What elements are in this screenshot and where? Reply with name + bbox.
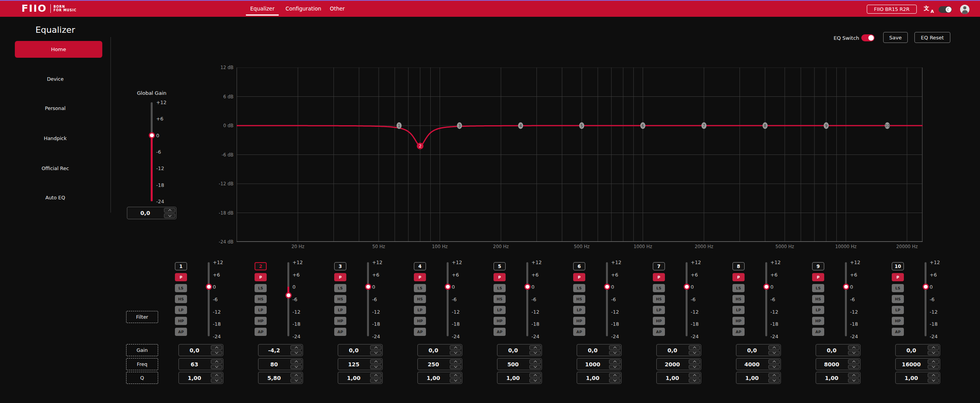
band-5-filter-ap-button[interactable]: AP xyxy=(494,328,506,336)
band-1-freq-input-increment-button[interactable] xyxy=(211,359,222,364)
band-gain-slider[interactable] xyxy=(447,262,449,336)
band-9-q-input[interactable]: 1,00 xyxy=(816,372,861,384)
band-6-filter-ls-button[interactable]: LS xyxy=(573,284,585,292)
band-10-q-input-decrement-button[interactable] xyxy=(928,378,939,383)
band-8-gain-input-value[interactable]: 0,0 xyxy=(736,344,768,356)
save-button[interactable]: Save xyxy=(883,32,908,43)
tab-other[interactable]: Other xyxy=(326,1,349,16)
graph-band-marker-5[interactable]: 5 xyxy=(579,122,584,129)
sidebar-item-device[interactable]: Device xyxy=(0,76,110,82)
device-name-button[interactable]: FIIO BR15 R2R xyxy=(867,5,917,14)
band-1-freq-input-value[interactable]: 63 xyxy=(179,359,210,370)
band-8-number-button[interactable]: 8 xyxy=(732,262,745,270)
band-4-gain-input-decrement-button[interactable] xyxy=(450,351,461,355)
band-8-filter-lp-button[interactable]: LP xyxy=(732,306,745,314)
band-10-filter-ls-button[interactable]: LS xyxy=(892,284,904,292)
band-6-gain-input-value[interactable]: 0,0 xyxy=(577,344,608,356)
band-3-q-input-value[interactable]: 1,00 xyxy=(338,372,369,383)
band-9-number-button[interactable]: 9 xyxy=(812,262,824,270)
band-4-filter-p-button[interactable]: P xyxy=(414,273,426,281)
band-9-filter-hs-button[interactable]: HS xyxy=(812,295,824,303)
band-5-slider-thumb[interactable] xyxy=(524,284,531,290)
band-10-q-input-increment-button[interactable] xyxy=(928,373,939,378)
band-7-q-input-increment-button[interactable] xyxy=(689,373,700,378)
band-4-q-input-increment-button[interactable] xyxy=(450,373,461,378)
band-4-gain-input[interactable]: 0,0 xyxy=(417,344,462,356)
band-8-q-input-value[interactable]: 1,00 xyxy=(736,372,768,383)
band-2-filter-hp-button[interactable]: HP xyxy=(255,317,267,325)
band-2-freq-input-decrement-button[interactable] xyxy=(290,365,302,369)
band-1-gain-input[interactable]: 0,0 xyxy=(178,344,223,356)
band-10-slider-thumb[interactable] xyxy=(923,284,929,290)
global-gain-decrement-button[interactable] xyxy=(164,213,175,218)
band-8-freq-input-decrement-button[interactable] xyxy=(768,365,780,369)
band-1-filter-hp-button[interactable]: HP xyxy=(175,317,187,325)
band-4-filter-ap-button[interactable]: AP xyxy=(414,328,426,336)
graph-band-marker-9[interactable]: 9 xyxy=(824,122,829,129)
band-4-freq-input-increment-button[interactable] xyxy=(450,359,461,364)
band-4-number-button[interactable]: 4 xyxy=(414,262,426,270)
band-1-q-input-value[interactable]: 1,00 xyxy=(179,372,210,383)
band-3-freq-input-value[interactable]: 125 xyxy=(338,359,369,370)
band-10-filter-p-button[interactable]: P xyxy=(892,273,904,281)
band-2-slider-thumb[interactable] xyxy=(285,292,292,298)
band-3-q-input-increment-button[interactable] xyxy=(370,373,381,378)
band-4-slider-thumb[interactable] xyxy=(445,284,451,290)
band-4-filter-hp-button[interactable]: HP xyxy=(414,317,426,325)
sidebar-item-handpick[interactable]: Handpick xyxy=(0,135,110,141)
band-2-q-input-value[interactable]: 5,80 xyxy=(258,372,290,383)
band-1-q-input[interactable]: 1,00 xyxy=(178,372,223,384)
band-9-filter-ap-button[interactable]: AP xyxy=(812,328,824,336)
band-10-freq-input[interactable]: 16000 xyxy=(895,358,940,370)
band-7-filter-ap-button[interactable]: AP xyxy=(653,328,665,336)
band-gain-slider[interactable] xyxy=(606,262,608,336)
band-7-freq-input[interactable]: 2000 xyxy=(656,358,701,370)
band-8-gain-input-decrement-button[interactable] xyxy=(768,351,780,355)
band-1-q-input-decrement-button[interactable] xyxy=(211,378,222,383)
band-3-filter-p-button[interactable]: P xyxy=(334,273,346,281)
band-5-gain-input[interactable]: 0,0 xyxy=(497,344,542,356)
band-gain-slider[interactable] xyxy=(686,262,688,336)
band-9-freq-input[interactable]: 8000 xyxy=(816,358,861,370)
band-5-gain-input-increment-button[interactable] xyxy=(529,345,541,350)
graph-band-marker-3[interactable]: 3 xyxy=(457,122,462,129)
band-2-number-button[interactable]: 2 xyxy=(255,262,267,270)
band-5-freq-input-decrement-button[interactable] xyxy=(529,365,541,369)
band-6-q-input[interactable]: 1,00 xyxy=(577,372,622,384)
band-10-gain-input-increment-button[interactable] xyxy=(928,345,939,350)
band-1-filter-hs-button[interactable]: HS xyxy=(175,295,187,303)
band-9-filter-hp-button[interactable]: HP xyxy=(812,317,824,325)
band-3-q-input[interactable]: 1,00 xyxy=(338,372,383,384)
band-1-q-input-increment-button[interactable] xyxy=(211,373,222,378)
band-10-filter-lp-button[interactable]: LP xyxy=(892,306,904,314)
band-6-gain-input-decrement-button[interactable] xyxy=(609,351,620,355)
band-4-freq-input-value[interactable]: 250 xyxy=(418,359,449,370)
band-6-q-input-increment-button[interactable] xyxy=(609,373,620,378)
band-8-filter-ap-button[interactable]: AP xyxy=(732,328,745,336)
band-6-freq-input-increment-button[interactable] xyxy=(609,359,620,364)
global-gain-input[interactable]: 0,0 xyxy=(127,207,176,219)
global-gain-increment-button[interactable] xyxy=(164,208,175,213)
band-6-filter-hs-button[interactable]: HS xyxy=(573,295,585,303)
band-1-filter-ls-button[interactable]: LS xyxy=(175,284,187,292)
graph-band-marker-8[interactable]: 8 xyxy=(763,122,768,129)
band-7-freq-input-value[interactable]: 2000 xyxy=(657,359,688,370)
band-4-gain-input-increment-button[interactable] xyxy=(450,345,461,350)
band-3-freq-input[interactable]: 125 xyxy=(338,358,383,370)
dark-mode-toggle[interactable]: ☾ xyxy=(939,6,952,13)
band-7-number-button[interactable]: 7 xyxy=(653,262,665,270)
band-2-filter-ap-button[interactable]: AP xyxy=(255,328,267,336)
band-7-freq-input-decrement-button[interactable] xyxy=(689,365,700,369)
band-6-freq-input-decrement-button[interactable] xyxy=(609,365,620,369)
band-6-q-input-value[interactable]: 1,00 xyxy=(577,372,608,383)
band-2-q-input-increment-button[interactable] xyxy=(290,373,302,378)
band-1-filter-lp-button[interactable]: LP xyxy=(175,306,187,314)
band-7-slider-thumb[interactable] xyxy=(684,284,690,290)
band-6-gain-input[interactable]: 0,0 xyxy=(577,344,622,356)
band-gain-slider[interactable] xyxy=(367,262,369,336)
graph-band-marker-6[interactable]: 6 xyxy=(640,122,645,129)
band-10-q-input[interactable]: 1,00 xyxy=(895,372,940,384)
band-2-filter-ls-button[interactable]: LS xyxy=(255,284,267,292)
band-4-filter-lp-button[interactable]: LP xyxy=(414,306,426,314)
sidebar-item-auto-eq[interactable]: Auto EQ xyxy=(0,195,110,201)
